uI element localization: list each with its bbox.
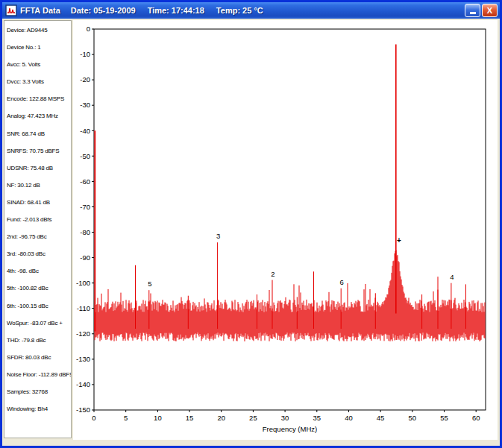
svg-text:5: 5 [148, 280, 151, 288]
stat-item: 2nd: -96.75 dBc [7, 233, 69, 250]
stat-item: WoSpur: -83.07 dBc + [7, 320, 69, 337]
stat-item: SINAD: 68.41 dB [7, 199, 69, 216]
svg-text:4: 4 [450, 273, 454, 281]
svg-text:-130: -130 [76, 355, 90, 363]
svg-text:40: 40 [345, 414, 353, 422]
stat-item: Noise Floor: -112.89 dBFS [7, 371, 69, 388]
title-date: Date: 05-19-2009 [71, 6, 136, 15]
stat-item: THD: -79.8 dBc [7, 337, 69, 354]
stat-item: Device: AD9445 [7, 27, 69, 44]
client-area: Device: AD9445Device No.: 1Avcc: 5. Volt… [2, 19, 500, 446]
stat-item: Device No.: 1 [7, 44, 69, 61]
svg-text:-120: -120 [76, 329, 90, 338]
stat-item: UDSNR: 75.48 dB [7, 165, 69, 182]
svg-text:30: 30 [281, 414, 289, 422]
svg-text:-30: -30 [80, 101, 90, 109]
svg-text:-90: -90 [80, 253, 90, 262]
svg-text:6: 6 [340, 278, 344, 286]
stat-item: Avcc: 5. Volts [7, 61, 69, 78]
close-button[interactable]: X [482, 4, 498, 17]
title-temp: Temp: 25 °C [216, 6, 263, 15]
svg-text:-80: -80 [80, 228, 90, 236]
svg-text:50: 50 [409, 414, 417, 422]
svg-text:-140: -140 [76, 380, 90, 388]
svg-text:0: 0 [92, 414, 95, 422]
svg-text:-110: -110 [77, 304, 90, 312]
stat-item: NF: 30.12 dB [7, 182, 69, 199]
stat-item: SFDR: 80.03 dBc [7, 354, 69, 371]
stat-item: Encode: 122.88 MSPS [7, 95, 69, 113]
svg-text:-40: -40 [80, 127, 90, 135]
stat-item: Fund: -2.013 dBfs [7, 216, 69, 233]
svg-text:60: 60 [472, 414, 480, 422]
svg-text:2: 2 [271, 270, 274, 278]
stat-item: Windowing: Bh4 [7, 406, 69, 423]
svg-text:15: 15 [186, 414, 194, 422]
stat-item: 6th: -100.15 dBc [7, 303, 69, 320]
measurement-stats-panel: Device: AD9445Device No.: 1Avcc: 5. Volt… [4, 20, 72, 438]
stat-item: 4th: -98. dBc [7, 268, 69, 285]
title-time: Time: 17:44:18 [148, 6, 204, 15]
svg-text:-20: -20 [80, 75, 90, 83]
stat-item: 5th: -100.82 dBc [7, 285, 69, 302]
stat-item: Samples: 32768 [7, 388, 69, 406]
svg-text:25: 25 [249, 414, 257, 422]
close-icon: X [487, 7, 492, 15]
svg-text:20: 20 [217, 414, 225, 422]
fft-spectrum-plot: 0-10-20-30-40-50-60-70-80-90-100-110-120… [73, 20, 498, 440]
window-title: FFTA Data [20, 6, 60, 15]
minimize-button[interactable] [465, 4, 480, 17]
svg-text:Frequency (MHz): Frequency (MHz) [263, 425, 317, 433]
svg-text:35: 35 [313, 414, 321, 422]
app-window: FFTA Data Date: 05-19-2009 Time: 17:44:1… [0, 0, 502, 448]
svg-text:55: 55 [440, 414, 448, 422]
stat-item: SNR: 68.74 dB [7, 130, 69, 148]
app-icon [5, 4, 17, 16]
fft-chart-panel: 0-10-20-30-40-50-60-70-80-90-100-110-120… [73, 20, 498, 440]
svg-text:-70: -70 [80, 203, 90, 211]
minimize-icon [470, 12, 476, 14]
svg-text:45: 45 [377, 414, 385, 422]
stat-item: 3rd: -80.03 dBc [7, 250, 69, 268]
svg-text:-150: -150 [76, 406, 90, 414]
svg-text:-100: -100 [76, 279, 90, 287]
svg-text:-10: -10 [80, 50, 90, 58]
stat-item: Analog: 47.423 MHz [7, 113, 69, 130]
svg-text:+: + [397, 236, 401, 244]
title-bar: FFTA Data Date: 05-19-2009 Time: 17:44:1… [2, 2, 500, 19]
svg-text:10: 10 [154, 414, 162, 422]
stat-item: SNRFS: 70.75 dBFS [7, 148, 69, 165]
svg-text:5: 5 [124, 414, 128, 422]
svg-text:-60: -60 [80, 177, 90, 186]
svg-text:0: 0 [87, 25, 90, 33]
svg-text:-50: -50 [80, 152, 90, 160]
stat-item: Dvcc: 3.3 Volts [7, 78, 69, 95]
svg-text:3: 3 [216, 232, 220, 240]
